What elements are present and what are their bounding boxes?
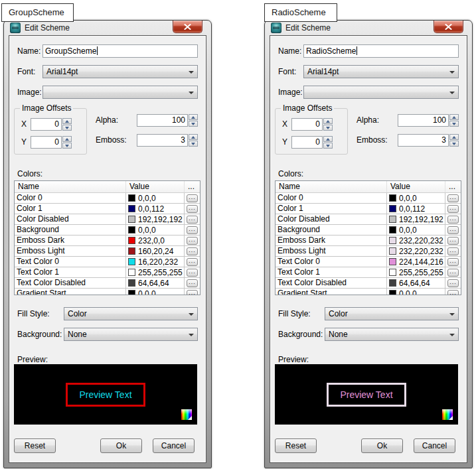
background-select[interactable]: None — [325, 328, 459, 341]
color-picker-button[interactable]: ... — [447, 247, 459, 255]
image-select[interactable] — [303, 86, 459, 99]
cancel-button[interactable]: Cancel — [414, 438, 455, 453]
color-picker-button[interactable]: ... — [447, 258, 459, 266]
name-input[interactable]: RadioScheme — [303, 44, 459, 58]
font-select[interactable]: Arial14pt — [303, 65, 459, 78]
colors-table-body: Color 00,0,0...Color 10,0,112...Color Di… — [276, 193, 461, 295]
alpha-input[interactable]: 100 — [137, 114, 188, 127]
color-table-row[interactable]: Emboss Light232,220,232... — [276, 246, 461, 257]
spin-down-button[interactable] — [62, 125, 72, 131]
font-select[interactable]: Arial14pt — [42, 65, 198, 78]
alpha-input[interactable]: 100 — [398, 114, 449, 127]
spin-down-button[interactable] — [449, 141, 459, 147]
color-picker-button[interactable]: ... — [187, 205, 198, 213]
background-select[interactable]: None — [64, 328, 198, 341]
spin-up-button[interactable] — [189, 114, 198, 120]
ok-button[interactable]: Ok — [361, 438, 403, 453]
color-table-row[interactable]: Text Color Disabled64,64,64... — [15, 278, 200, 289]
offset-y-input[interactable]: 0 — [291, 136, 323, 149]
color-table-row[interactable]: Text Color Disabled64,64,64... — [276, 278, 461, 289]
titlebar[interactable]: Edit Scheme — [4, 21, 211, 35]
color-table-row[interactable]: Color 10,0,112... — [276, 204, 461, 214]
color-table-row[interactable]: Text Color 016,220,232... — [15, 257, 200, 267]
titlebar[interactable]: Edit Scheme — [265, 21, 472, 35]
emboss-label: Emboss: — [357, 134, 388, 147]
color-picker-button[interactable]: ... — [187, 237, 198, 245]
preview-text-box: Preview Text — [66, 383, 145, 407]
color-picker-button[interactable]: ... — [187, 226, 198, 234]
header-value: Value — [387, 181, 445, 192]
spin-up-button[interactable] — [323, 136, 333, 142]
spin-up-button[interactable] — [449, 114, 459, 120]
color-table-row[interactable]: Gradient Start0,0,0... — [276, 289, 461, 295]
color-table-row[interactable]: Color Disabled192,192,192... — [276, 214, 461, 225]
color-value-cell: 192,192,192 — [126, 214, 185, 224]
color-swatch-icon — [389, 226, 396, 234]
spin-up-button[interactable] — [449, 134, 459, 140]
close-button[interactable] — [173, 21, 202, 33]
color-table-row[interactable]: Text Color 1255,255,255... — [15, 267, 200, 278]
cancel-button[interactable]: Cancel — [153, 438, 195, 453]
offset-x-input[interactable]: 0 — [291, 118, 323, 131]
color-picker-button[interactable]: ... — [447, 269, 459, 277]
alpha-spinner: 100 — [398, 114, 459, 127]
color-picker-button[interactable]: ... — [187, 269, 198, 277]
spin-down-button[interactable] — [449, 121, 459, 127]
color-picker-button[interactable]: ... — [447, 290, 459, 296]
color-picker-button[interactable]: ... — [187, 258, 198, 266]
color-table-row[interactable]: Color 00,0,0... — [276, 193, 461, 204]
color-picker-button[interactable]: ... — [447, 237, 459, 245]
spin-down-button[interactable] — [189, 141, 198, 147]
offset-x-input[interactable]: 0 — [31, 118, 62, 131]
emboss-input[interactable]: 3 — [137, 134, 188, 147]
fill-style-select[interactable]: Color — [64, 307, 198, 320]
color-picker-button[interactable]: ... — [447, 216, 459, 224]
color-table-row[interactable]: Gradient Start0,0,0... — [15, 289, 200, 295]
chevron-down-icon — [449, 334, 455, 336]
ok-button[interactable]: Ok — [100, 438, 142, 453]
reset-button[interactable]: Reset — [275, 438, 317, 453]
offset-y-input[interactable]: 0 — [31, 136, 62, 149]
spin-down-button[interactable] — [323, 125, 333, 131]
color-rgb-text: 16,220,232 — [138, 257, 178, 267]
color-picker-button[interactable]: ... — [187, 194, 198, 202]
color-picker-button[interactable]: ... — [187, 279, 198, 287]
image-select[interactable] — [42, 86, 198, 99]
color-table-row[interactable]: Text Color 1255,255,255... — [276, 267, 461, 278]
color-picker-button[interactable]: ... — [187, 290, 198, 296]
spin-up-button[interactable] — [62, 136, 72, 142]
spin-down-button[interactable] — [189, 121, 198, 127]
fill-style-select[interactable]: Color — [325, 307, 459, 320]
emboss-spinner: 3 — [398, 134, 459, 147]
spin-up-button[interactable] — [323, 118, 333, 124]
color-table-row[interactable]: Emboss Light160,20,24... — [15, 246, 200, 257]
color-table-row[interactable]: Background0,0,0... — [15, 225, 200, 235]
emboss-spinner: 3 — [137, 134, 198, 147]
scheme-tag-label: RadioScheme — [264, 3, 337, 22]
color-table-row[interactable]: Background0,0,0... — [276, 225, 461, 235]
color-picker-button[interactable]: ... — [447, 194, 459, 202]
color-table-row[interactable]: Color Disabled192,192,192... — [15, 214, 200, 225]
close-button[interactable] — [434, 21, 463, 33]
color-more-cell: ... — [445, 278, 461, 288]
color-rgb-text: 0,0,0 — [399, 226, 417, 235]
name-input[interactable]: GroupScheme — [42, 44, 198, 58]
spin-down-button[interactable] — [323, 143, 333, 149]
color-table-row[interactable]: Emboss Dark232,220,232... — [276, 235, 461, 246]
color-table-row[interactable]: Color 10,0,112... — [15, 204, 200, 214]
spin-up-button[interactable] — [62, 118, 72, 124]
color-more-cell: ... — [185, 278, 200, 288]
color-picker-button[interactable]: ... — [187, 247, 198, 255]
color-picker-button[interactable]: ... — [447, 279, 459, 287]
color-picker-button[interactable]: ... — [447, 205, 459, 213]
image-label: Image: — [17, 86, 42, 99]
color-table-row[interactable]: Text Color 0224,144,216... — [276, 257, 461, 267]
color-picker-button[interactable]: ... — [447, 226, 459, 234]
reset-button[interactable]: Reset — [14, 438, 56, 453]
spin-down-button[interactable] — [62, 143, 72, 149]
emboss-input[interactable]: 3 — [398, 134, 449, 147]
color-picker-button[interactable]: ... — [187, 216, 198, 224]
color-table-row[interactable]: Color 00,0,0... — [15, 193, 200, 204]
color-table-row[interactable]: Emboss Dark232,0,0... — [15, 235, 200, 246]
spin-up-button[interactable] — [189, 134, 198, 140]
